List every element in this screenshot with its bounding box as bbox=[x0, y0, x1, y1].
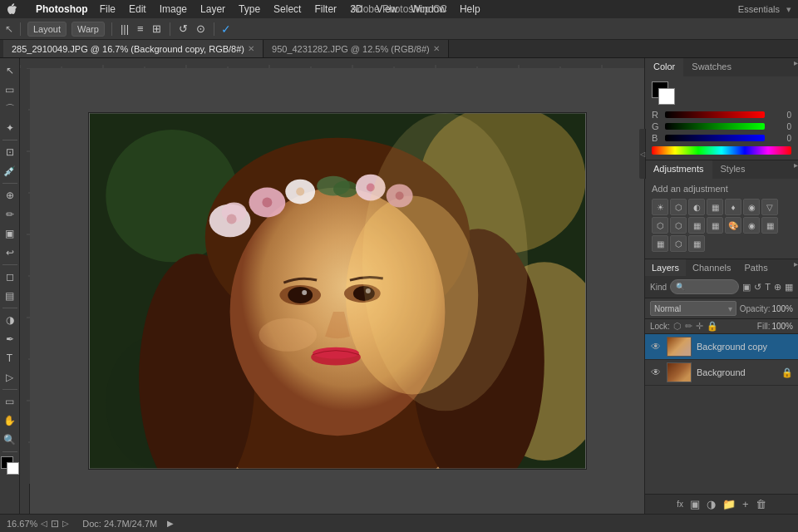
lock-pixels[interactable]: ✏ bbox=[685, 321, 692, 332]
layer-adj-button[interactable]: ◑ bbox=[707, 498, 716, 510]
mixer-adj[interactable]: ▦ bbox=[688, 217, 705, 234]
layout-button[interactable]: Layout bbox=[27, 22, 66, 37]
channels-tab[interactable]: Channels bbox=[686, 259, 737, 276]
hand-tool[interactable]: ✋ bbox=[1, 411, 19, 430]
menu-type[interactable]: Type bbox=[233, 2, 266, 17]
menu-edit[interactable]: Edit bbox=[123, 2, 152, 17]
color-tab[interactable]: Color bbox=[645, 58, 683, 76]
blend-mode-selector[interactable]: Normal ▾ bbox=[650, 301, 736, 316]
photo-adj[interactable]: ⬡ bbox=[670, 217, 687, 234]
invert-adj[interactable]: 🎨 bbox=[725, 217, 741, 234]
adjustments-tab[interactable]: Adjustments bbox=[645, 160, 712, 179]
move-tool[interactable]: ↖ bbox=[1, 62, 19, 80]
history-tool[interactable]: ↩ bbox=[1, 244, 19, 262]
lock-all[interactable]: 🔒 bbox=[707, 321, 718, 332]
layer-fx-button[interactable]: fx bbox=[677, 500, 683, 509]
color-spectrum[interactable] bbox=[652, 146, 791, 155]
text-icon[interactable]: T bbox=[765, 282, 771, 292]
selective-adj[interactable]: ⬡ bbox=[670, 235, 687, 252]
blue-slider[interactable] bbox=[665, 135, 765, 141]
styles-tab[interactable]: Styles bbox=[712, 160, 754, 179]
fg-bg-colors[interactable] bbox=[652, 81, 675, 105]
layer-row-background[interactable]: 👁 Background 🔒 bbox=[645, 360, 798, 386]
solid-adj[interactable]: ▦ bbox=[688, 235, 705, 252]
lasso-tool[interactable]: ⌒ bbox=[1, 100, 19, 118]
gradient-tool[interactable]: ▤ bbox=[1, 287, 19, 305]
lock-transparency[interactable]: ⬡ bbox=[673, 321, 682, 332]
app-name[interactable]: Photoshop bbox=[30, 2, 94, 17]
fit-screen-icon[interactable]: ⊡ bbox=[51, 518, 59, 530]
text-tool[interactable]: T bbox=[1, 349, 19, 367]
bg-color-chip[interactable] bbox=[7, 462, 19, 475]
layer-new-button[interactable]: + bbox=[742, 498, 749, 510]
refresh-icon[interactable]: ↺ bbox=[754, 282, 761, 293]
color-panel-collapse[interactable]: ▸ bbox=[794, 58, 798, 76]
layers-panel-collapse[interactable]: ▸ bbox=[794, 259, 798, 276]
new-group-icon[interactable]: ▣ bbox=[742, 282, 751, 293]
shape-tool[interactable]: ▭ bbox=[1, 392, 19, 411]
tab-1[interactable]: 285_2910049.JPG @ 16.7% (Background copy… bbox=[3, 40, 264, 57]
grid-icon[interactable]: ||| bbox=[119, 21, 131, 37]
threshold-adj[interactable]: ▦ bbox=[761, 217, 778, 234]
clock-icon[interactable]: ⊙ bbox=[195, 21, 207, 37]
curves-adj[interactable]: ◐ bbox=[688, 199, 705, 215]
status-arrow-left[interactable]: ◁ bbox=[41, 519, 47, 528]
posterize-adj[interactable]: ◉ bbox=[743, 217, 760, 234]
marquee-tool[interactable]: ▭ bbox=[1, 81, 19, 99]
layer-mask-button[interactable]: ▣ bbox=[690, 498, 700, 510]
brightness-adj[interactable]: ☀ bbox=[652, 199, 668, 215]
tab-1-close[interactable]: ✕ bbox=[248, 44, 254, 53]
colorlookup-adj[interactable]: ▦ bbox=[707, 217, 723, 234]
colorbalance-adj[interactable]: ▽ bbox=[761, 199, 778, 215]
color-chips[interactable] bbox=[1, 456, 19, 475]
hsl-adj[interactable]: ◉ bbox=[743, 199, 760, 215]
filter-icon[interactable]: ▦ bbox=[785, 282, 793, 293]
status-play[interactable]: ▶ bbox=[167, 519, 174, 528]
layer-row-background-copy[interactable]: 👁 Background copy bbox=[645, 334, 798, 360]
status-arrow-right[interactable]: ▷ bbox=[62, 519, 69, 528]
magic-wand-tool[interactable]: ✦ bbox=[1, 119, 19, 137]
layer-visibility-bg-copy[interactable]: 👁 bbox=[650, 341, 662, 352]
zoom-tool[interactable]: 🔍 bbox=[1, 431, 19, 449]
canvas-area[interactable] bbox=[30, 68, 644, 514]
workspace-label[interactable]: Essentials bbox=[738, 4, 780, 14]
undo-icon[interactable]: ↺ bbox=[177, 21, 190, 37]
pen-tool[interactable]: ✒ bbox=[1, 330, 19, 348]
brush-tool[interactable]: ✏ bbox=[1, 205, 19, 224]
gradient-map-adj[interactable]: ▦ bbox=[652, 235, 668, 252]
background-color[interactable] bbox=[658, 88, 675, 105]
green-slider[interactable] bbox=[665, 123, 765, 130]
menu-image[interactable]: Image bbox=[154, 2, 193, 17]
red-slider[interactable] bbox=[665, 111, 765, 118]
tab-2-close[interactable]: ✕ bbox=[433, 44, 440, 53]
lines-icon[interactable]: ≡ bbox=[135, 21, 145, 37]
layer-delete-button[interactable]: 🗑 bbox=[756, 498, 766, 510]
menu-filter[interactable]: Filter bbox=[308, 2, 342, 17]
dodge-tool[interactable]: ◑ bbox=[1, 311, 19, 329]
swatches-tab[interactable]: Swatches bbox=[683, 58, 740, 76]
menu-layer[interactable]: Layer bbox=[195, 2, 231, 17]
layer-group-button[interactable]: 📁 bbox=[722, 498, 736, 510]
paths-tab[interactable]: Paths bbox=[738, 259, 775, 276]
fill-value[interactable]: 100% bbox=[771, 322, 793, 331]
adjust-icon[interactable]: ⊕ bbox=[774, 282, 781, 293]
stamp-tool[interactable]: ▣ bbox=[1, 224, 19, 243]
levels-adj[interactable]: ⬡ bbox=[670, 199, 687, 215]
warp-button[interactable]: Warp bbox=[71, 22, 105, 37]
eraser-tool[interactable]: ◻ bbox=[1, 268, 19, 286]
panel-collapse-handle[interactable]: ◁ bbox=[639, 129, 646, 179]
path-tool[interactable]: ▷ bbox=[1, 368, 19, 387]
layer-visibility-bg[interactable]: 👁 bbox=[650, 367, 662, 378]
opacity-value[interactable]: 100% bbox=[771, 304, 793, 313]
adj-panel-collapse[interactable]: ▸ bbox=[794, 160, 798, 179]
eyedropper-tool[interactable]: 💉 bbox=[1, 162, 19, 180]
menu-file[interactable]: File bbox=[94, 2, 121, 17]
lock-position[interactable]: ✛ bbox=[696, 321, 703, 332]
tab-2[interactable]: 950_4231282.JPG @ 12.5% (RGB/8#) ✕ bbox=[264, 40, 449, 57]
menu-select[interactable]: Select bbox=[268, 2, 307, 17]
heal-tool[interactable]: ⊕ bbox=[1, 186, 19, 204]
vibrance-adj[interactable]: ♦ bbox=[725, 199, 741, 215]
grid2-icon[interactable]: ⊞ bbox=[150, 21, 163, 37]
layers-search[interactable]: 🔍 bbox=[670, 279, 739, 294]
crop-tool[interactable]: ⊡ bbox=[1, 143, 19, 161]
